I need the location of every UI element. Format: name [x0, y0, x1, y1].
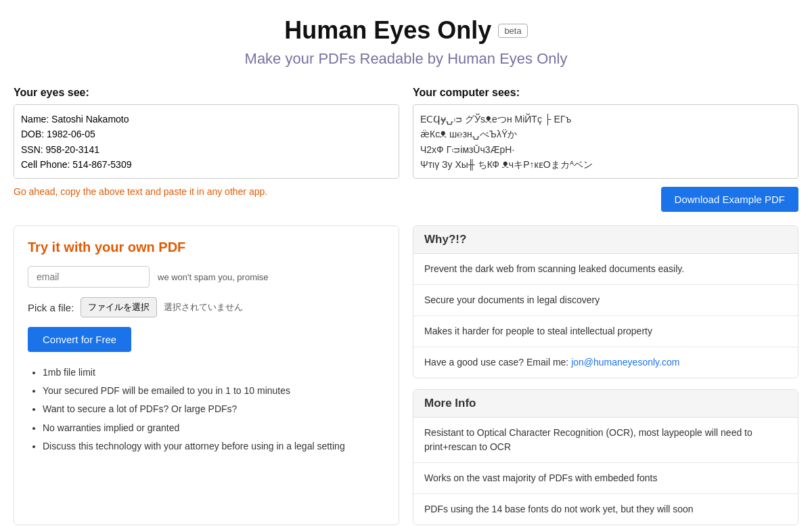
computer-text: ΕϹϤɏ⍽ᴞ グЎsᴥeつн МіЙТç ├ ЕГъæ̈Ксᴥ ш℮зн⍽べЪλ… — [413, 104, 798, 179]
eyes-text[interactable] — [14, 104, 399, 179]
more-info-item-2: PDFs using the 14 base fonts do not work… — [413, 494, 798, 525]
page-header: Human Eyes Only beta Make your PDFs Read… — [14, 16, 798, 68]
why-item-3: Have a good use case? Email me: jon@huma… — [413, 347, 798, 378]
list-item: Discuss this technology with your attorn… — [43, 438, 385, 455]
page-title: Human Eyes Only beta — [284, 16, 527, 45]
feature-list: 1mb file limit Your secured PDF will be … — [28, 364, 385, 455]
file-choose-btn[interactable]: ファイルを選択 — [81, 297, 157, 317]
convert-btn[interactable]: Convert for Free — [28, 327, 131, 352]
why-panel: Why?!? Prevent the dark web from scannin… — [413, 225, 798, 378]
more-info-header: More Info — [413, 390, 798, 418]
title-text: Human Eyes Only — [284, 16, 491, 45]
try-panel: Try it with your own PDF we won't spam y… — [14, 225, 399, 525]
beta-badge: beta — [498, 24, 527, 38]
copy-hint: Go ahead, copy the above text and paste … — [14, 186, 399, 197]
more-info-item-0: Resistant to Optical Character Recogniti… — [413, 418, 798, 463]
why-item-2: Makes it harder for people to steal inte… — [413, 316, 798, 347]
file-name: 選択されていません — [164, 301, 243, 313]
more-info-panel: More Info Resistant to Optical Character… — [413, 389, 798, 525]
list-item: No warranties implied or granted — [43, 420, 385, 437]
list-item: Want to secure a lot of PDFs? Or large P… — [43, 401, 385, 418]
email-note: we won't spam you, promise — [158, 272, 269, 282]
download-btn[interactable]: Download Example PDF — [661, 187, 798, 212]
right-col: Why?!? Prevent the dark web from scannin… — [413, 225, 798, 525]
computer-section: Your computer sees: ΕϹϤɏ⍽ᴞ グЎsᴥeつн МіЙТç… — [413, 87, 798, 212]
eyes-section: Your eyes see: Go ahead, copy the above … — [14, 87, 399, 212]
eyes-label: Your eyes see: — [14, 87, 399, 99]
why-email-link[interactable]: jon@humaneyesonly.com — [571, 357, 679, 368]
list-item: 1mb file limit — [43, 364, 385, 381]
why-item-1: Secure your documents in legal discovery — [413, 285, 798, 316]
header-subtitle: Make your PDFs Readable by Human Eyes On… — [14, 50, 798, 68]
why-item-0: Prevent the dark web from scanning leake… — [413, 254, 798, 285]
file-row: Pick a file: ファイルを選択 選択されていません — [28, 297, 385, 317]
email-row: we won't spam you, promise — [28, 266, 385, 288]
list-item: Your secured PDF will be emailed to you … — [43, 382, 385, 399]
try-title: Try it with your own PDF — [28, 240, 385, 255]
file-label: Pick a file: — [28, 302, 74, 313]
more-info-item-1: Works on the vast majority of PDFs with … — [413, 463, 798, 494]
email-input[interactable] — [28, 266, 150, 288]
computer-label: Your computer sees: — [413, 87, 798, 99]
why-header: Why?!? — [413, 226, 798, 254]
